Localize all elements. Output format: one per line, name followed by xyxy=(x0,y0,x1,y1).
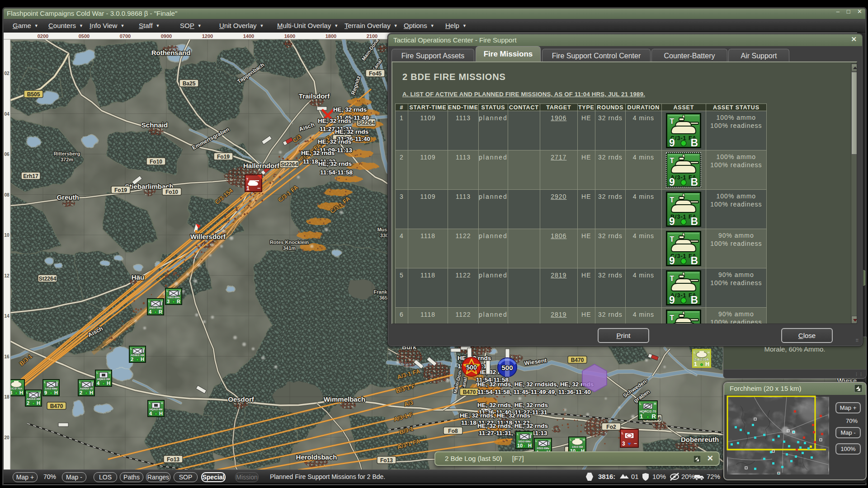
svg-text:9: 9 xyxy=(669,137,675,148)
svg-text:01: 01 xyxy=(631,473,639,480)
svg-text:B: B xyxy=(691,255,699,266)
svg-text:20%: 20% xyxy=(681,473,695,480)
svg-text:T: T xyxy=(670,196,675,204)
svg-text:9: 9 xyxy=(669,176,675,188)
svg-text:B: B xyxy=(691,137,699,148)
svg-text:T: T xyxy=(670,235,675,244)
svg-text:B: B xyxy=(691,294,699,305)
svg-text:B: B xyxy=(691,176,699,188)
svg-text:9: 9 xyxy=(669,255,675,266)
svg-text:9: 9 xyxy=(669,216,675,227)
svg-text:T: T xyxy=(670,314,675,322)
svg-text:72%: 72% xyxy=(707,473,720,480)
svg-text:10%: 10% xyxy=(652,473,666,480)
svg-text:T: T xyxy=(670,117,675,126)
svg-text:T: T xyxy=(670,156,675,165)
svg-text:3816:: 3816: xyxy=(598,473,615,480)
svg-text:T: T xyxy=(670,274,675,283)
svg-text:B: B xyxy=(691,216,699,227)
svg-text:9: 9 xyxy=(669,294,675,305)
